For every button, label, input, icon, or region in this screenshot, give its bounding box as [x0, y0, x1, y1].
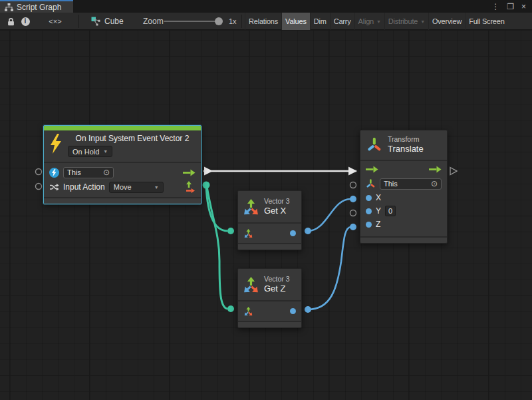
- event-mode-dropdown[interactable]: On Hold ▼: [68, 146, 112, 157]
- wire-getx-to-x: [308, 199, 350, 231]
- action-dropdown[interactable]: Move ▼: [109, 182, 164, 193]
- values-button[interactable]: Values: [281, 13, 310, 30]
- wire-vector2-to-getz: [207, 186, 227, 309]
- port-label-z: Z: [376, 220, 380, 229]
- event-action-port-hint[interactable]: [36, 184, 42, 190]
- translate-z-wire-end[interactable]: [350, 224, 356, 230]
- value-output-port[interactable]: [290, 230, 296, 236]
- wire-getz-to-z: [308, 227, 351, 309]
- translate-this-port-hint[interactable]: [350, 182, 356, 188]
- event-this-field[interactable]: This ⊙: [63, 167, 114, 178]
- getx-output-wire-end[interactable]: [305, 228, 311, 234]
- node-category: Vector 3: [264, 275, 290, 284]
- node-title: Get X: [264, 206, 290, 216]
- vector3-input-port-icon[interactable]: [243, 306, 253, 316]
- action-label: Input Action: [63, 182, 105, 192]
- flow-output-arrow-icon[interactable]: [183, 169, 196, 176]
- toolbar-separator: [78, 15, 79, 28]
- variables-button[interactable]: <×>: [33, 13, 78, 30]
- node-translate[interactable]: Transform Translate: [360, 130, 448, 244]
- port-label-x: X: [376, 193, 381, 202]
- menu-icon[interactable]: ⋮: [491, 3, 499, 11]
- y-value-field[interactable]: 0: [385, 206, 396, 216]
- graph-breadcrumb[interactable]: Cube: [91, 13, 124, 30]
- info-button[interactable]: i: [18, 13, 33, 30]
- chevron-down-icon: ▼: [103, 149, 108, 154]
- wire-flow: [203, 167, 357, 176]
- flow-output-arrow-icon[interactable]: [429, 166, 442, 173]
- getx-header: Vector 3 Get X: [238, 191, 301, 224]
- translate-x-row: X: [360, 191, 447, 204]
- flow-arrowhead: [348, 167, 357, 176]
- value-output-port[interactable]: [290, 308, 296, 314]
- translate-this-field[interactable]: This ⊙: [380, 178, 442, 190]
- node-category: Transform: [388, 135, 424, 144]
- flow-input-arrow-icon[interactable]: [366, 166, 378, 173]
- relations-button[interactable]: Relations: [245, 13, 281, 30]
- tab-script-graph[interactable]: Script Graph: [0, 0, 73, 13]
- translate-header: Transform Translate: [360, 130, 447, 161]
- input-system-event-icon: [49, 168, 59, 178]
- target-picker-icon: ⊙: [103, 168, 110, 176]
- z-input-port[interactable]: [366, 222, 372, 228]
- vector3-icon: [242, 276, 260, 294]
- dim-button[interactable]: Dim: [310, 13, 330, 30]
- zoom-value: 1x: [229, 13, 237, 30]
- node-title: Get Z: [264, 284, 290, 294]
- distribute-button[interactable]: Distribute▼: [384, 13, 428, 30]
- lock-button[interactable]: [2, 13, 19, 30]
- node-get-x[interactable]: Vector 3 Get X: [237, 190, 302, 250]
- overview-button[interactable]: Overview: [428, 13, 465, 30]
- vector3-input-port-icon[interactable]: [243, 228, 253, 238]
- getx-input-wire-end[interactable]: [227, 228, 234, 234]
- node-on-input-system-event[interactable]: On Input System Event Vector 2 On Hold ▼: [43, 125, 201, 204]
- x-input-port[interactable]: [366, 195, 372, 201]
- graph-canvas[interactable]: On Input System Event Vector 2 On Hold ▼: [0, 31, 532, 400]
- fullscreen-button[interactable]: Full Screen: [465, 13, 507, 30]
- input-action-icon: [49, 182, 59, 192]
- target-picker-icon: ⊙: [431, 180, 438, 188]
- chevron-down-icon: ▼: [376, 19, 381, 24]
- align-button[interactable]: Align▼: [354, 13, 384, 30]
- graph-icon: [91, 17, 100, 26]
- event-header: On Input System Event Vector 2 On Hold ▼: [44, 130, 201, 163]
- event-this-row: This ⊙: [44, 165, 201, 180]
- translate-y-port-hint[interactable]: [350, 210, 356, 216]
- zoom-slider-handle[interactable]: [215, 17, 223, 25]
- tab-title: Script Graph: [17, 3, 61, 12]
- node-footer: [360, 236, 447, 243]
- getz-output-wire-end[interactable]: [305, 306, 311, 313]
- translate-z-row: Z: [360, 218, 447, 231]
- translate-flow-row: [360, 162, 447, 176]
- lock-icon: [7, 17, 15, 26]
- wire-vector2-to-getx: [206, 186, 227, 231]
- translate-this-row: This ⊙: [360, 176, 447, 191]
- node-footer: [238, 321, 301, 327]
- node-get-z[interactable]: Vector 3 Get Z: [237, 268, 302, 328]
- lightning-bolt-icon: [49, 134, 63, 154]
- close-icon[interactable]: ×: [521, 3, 526, 11]
- chevron-down-icon: ▼: [420, 19, 425, 24]
- maximize-icon[interactable]: ❐: [507, 3, 514, 11]
- zoom-slider-track[interactable]: [164, 21, 222, 22]
- carry-button[interactable]: Carry: [330, 13, 354, 30]
- script-graph-window: Script Graph ⋮ ❐ × i <×>: [0, 0, 532, 400]
- y-input-port[interactable]: [366, 208, 372, 214]
- event-this-port-hint[interactable]: [36, 169, 42, 175]
- toolbar-buttons: Relations Values Dim Carry Align▼ Distri…: [245, 13, 532, 30]
- getz-ports: [238, 301, 301, 321]
- getx-ports: [238, 224, 301, 243]
- getz-header: Vector 3 Get Z: [238, 269, 301, 301]
- event-action-row: Input Action Move ▼: [44, 180, 201, 194]
- getz-input-wire-end[interactable]: [227, 305, 234, 312]
- node-title: Translate: [388, 144, 424, 154]
- hierarchy-icon: [5, 3, 13, 11]
- node-footer: [238, 243, 301, 250]
- transform-mini-icon[interactable]: [366, 178, 376, 189]
- vector2-output-icon[interactable]: [185, 181, 196, 193]
- translate-flow-out-hint[interactable]: [450, 168, 457, 175]
- graph-toolbar: i <×> Cube Zoom 1x Relations Values Dim …: [0, 13, 532, 30]
- vector3-icon: [242, 198, 260, 216]
- translate-x-wire-end[interactable]: [350, 196, 356, 202]
- vector2-output-port[interactable]: [203, 182, 210, 189]
